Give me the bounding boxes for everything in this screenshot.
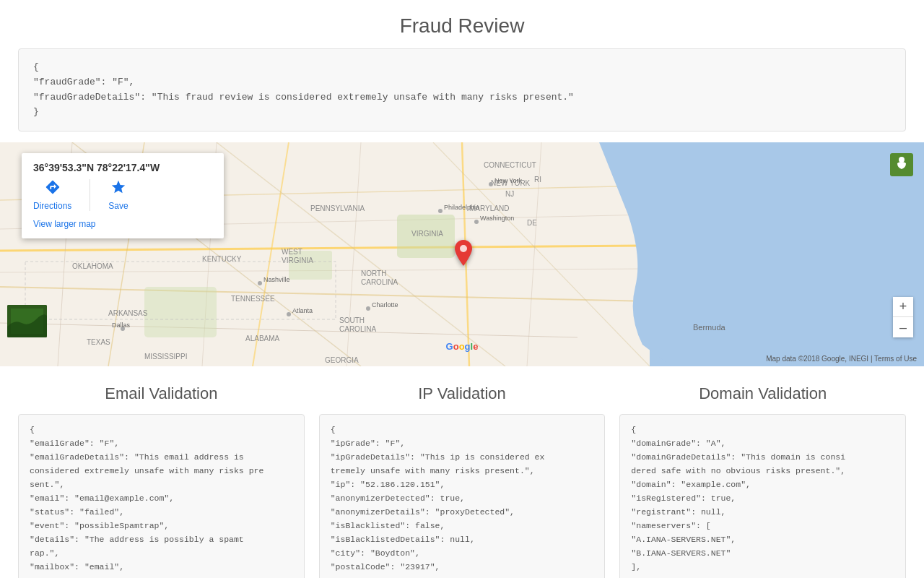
- ip-json-line-9: "city": "Boydton",: [331, 547, 594, 561]
- save-label: Save: [108, 201, 128, 211]
- ip-validation-column: IP Validation { "ipGrade": "F", "ipGrade…: [319, 384, 606, 578]
- svg-text:PENNSYLVANIA: PENNSYLVANIA: [310, 204, 365, 212]
- fraud-json-box: { "fraudGrade": "F", "fraudGradeDetails"…: [18, 48, 906, 131]
- ip-json-line-6: "anonymizerDetails": "proxyDetected",: [331, 506, 594, 519]
- svg-text:ARKANSAS: ARKANSAS: [108, 309, 148, 317]
- email-json-line-1: "emailGrade": "F",: [30, 437, 293, 451]
- ip-json-line-4: "ip": "52.186.120.151",: [331, 478, 594, 492]
- svg-text:DE: DE: [527, 219, 537, 227]
- email-json-line-10: "mailbox": "email",: [30, 561, 293, 574]
- domain-json-line-4: "domain": "example.com",: [631, 478, 894, 492]
- ip-json-line-3: tremely unsafe with many risks present."…: [331, 465, 594, 478]
- ip-json-line-0: {: [331, 423, 594, 437]
- svg-point-49: [287, 312, 291, 316]
- email-json-line-5: "email": "email@example.com",: [30, 492, 293, 506]
- svg-text:RI: RI: [534, 176, 541, 184]
- email-json-line-4: sent.",: [30, 478, 293, 492]
- fraud-json-line-3: "fraudGradeDetails": "This fraud review …: [33, 90, 891, 105]
- svg-text:OKLAHOMA: OKLAHOMA: [72, 262, 113, 270]
- directions-icon: [45, 179, 61, 199]
- domain-validation-json: { "domainGrade": "A", "domainGradeDetail…: [619, 414, 906, 578]
- svg-text:Atlanta: Atlanta: [292, 307, 313, 314]
- domain-validation-title: Domain Validation: [619, 384, 906, 403]
- svg-text:Charlotte: Charlotte: [372, 301, 398, 309]
- email-json-line-2: "emailGradeDetails": "This email address…: [30, 451, 293, 465]
- ip-json-line-10: "postalCode": "23917",: [331, 561, 594, 574]
- map-zoom-controls: + –: [893, 297, 913, 337]
- map-pin: [455, 240, 472, 269]
- svg-point-45: [489, 182, 493, 186]
- domain-json-line-0: {: [631, 423, 894, 437]
- email-validation-column: Email Validation { "emailGrade": "F", "e…: [18, 384, 305, 578]
- domain-json-line-8: "A.IANA-SERVERS.NET",: [631, 533, 894, 547]
- svg-text:NJ: NJ: [505, 190, 514, 198]
- svg-text:Bermuda: Bermuda: [693, 323, 726, 332]
- google-logo: Google: [446, 341, 479, 352]
- zoom-out-button[interactable]: –: [893, 317, 913, 337]
- ip-json-line-5: "anonymizerDetected": true,: [331, 492, 594, 506]
- svg-point-59: [460, 245, 467, 252]
- svg-point-47: [474, 220, 479, 224]
- directions-button[interactable]: Directions: [33, 179, 71, 211]
- domain-json-line-5: "isRegistered": true,: [631, 492, 894, 506]
- fraud-json-line-2: "fraudGrade": "F",: [33, 75, 891, 90]
- domain-json-line-9: "B.IANA-SERVERS.NET": [631, 547, 894, 561]
- domain-json-line-2: "domainGradeDetails": "This domain is co…: [631, 451, 894, 465]
- ip-json-line-1: "ipGrade": "F",: [331, 437, 594, 451]
- page-title: Fraud Review: [0, 0, 924, 48]
- save-icon: [110, 179, 126, 199]
- map-coords: 36°39'53.3"N 78°22'17.4"W: [33, 162, 212, 173]
- svg-point-43: [438, 209, 443, 213]
- email-json-line-0: {: [30, 423, 293, 437]
- svg-text:Dallas: Dallas: [112, 322, 131, 329]
- map-popup: 36°39'53.3"N 78°22'17.4"W Directions Sav…: [22, 153, 224, 238]
- svg-text:Philadelphia: Philadelphia: [444, 204, 479, 211]
- domain-json-line-3: dered safe with no obvious risks present…: [631, 465, 894, 478]
- svg-text:VIRGINIA: VIRGINIA: [411, 230, 443, 238]
- satellite-button[interactable]: [7, 305, 47, 337]
- ip-json-line-8: "isBlacklistedDetails": null,: [331, 533, 594, 547]
- directions-label: Directions: [33, 201, 71, 211]
- svg-text:GEORGIA: GEORGIA: [325, 356, 359, 364]
- svg-text:MISSISSIPPI: MISSISSIPPI: [144, 353, 187, 361]
- domain-json-line-6: "registrant": null,: [631, 506, 894, 519]
- domain-json-line-10: ],: [631, 561, 894, 574]
- zoom-in-button[interactable]: +: [893, 297, 913, 317]
- pegman-button[interactable]: [890, 153, 913, 176]
- domain-json-line-1: "domainGrade": "A",: [631, 437, 894, 451]
- email-validation-title: Email Validation: [18, 384, 305, 403]
- save-button[interactable]: Save: [108, 179, 128, 211]
- svg-point-53: [366, 306, 370, 311]
- svg-text:New York: New York: [494, 177, 523, 184]
- email-json-line-6: "status": "failed",: [30, 506, 293, 519]
- email-validation-json: { "emailGrade": "F", "emailGradeDetails"…: [18, 414, 305, 578]
- svg-text:Washington: Washington: [480, 215, 514, 222]
- svg-rect-19: [144, 287, 217, 337]
- ip-validation-json: { "ipGrade": "F", "ipGradeDetails": "Thi…: [319, 414, 606, 578]
- svg-text:Nashville: Nashville: [263, 276, 290, 283]
- svg-point-51: [258, 281, 262, 285]
- email-json-line-9: rap.",: [30, 547, 293, 561]
- email-json-line-3: considered extremely unsafe with many ri…: [30, 465, 293, 478]
- svg-text:CONNECTICUT: CONNECTICUT: [484, 161, 536, 169]
- map-popup-actions: Directions Save: [33, 179, 212, 211]
- ip-json-line-2: "ipGradeDetails": "This ip is considered…: [331, 451, 594, 465]
- ip-json-line-7: "isBlacklisted": false,: [331, 519, 594, 533]
- ip-validation-title: IP Validation: [319, 384, 606, 403]
- domain-json-line-7: "nameservers": [: [631, 519, 894, 533]
- email-json-line-7: "event": "possibleSpamtrap",: [30, 519, 293, 533]
- svg-text:ALABAMA: ALABAMA: [245, 335, 280, 342]
- svg-text:TEXAS: TEXAS: [87, 338, 110, 346]
- popup-divider: [90, 179, 90, 211]
- fraud-json-line-4: }: [33, 105, 891, 120]
- validation-section: Email Validation { "emailGrade": "F", "e…: [0, 366, 924, 578]
- view-larger-map-link[interactable]: View larger map: [33, 219, 95, 229]
- svg-text:TENNESSEE: TENNESSEE: [231, 295, 275, 303]
- fraud-json-line-1: {: [33, 60, 891, 75]
- map-attribution: Map data ©2018 Google, INEGI | Terms of …: [766, 355, 917, 363]
- map-container: TEXAS OKLAHOMA ARKANSAS MISSISSIPPI ALAB…: [0, 142, 924, 366]
- email-json-line-8: "details": "The address is possibly a sp…: [30, 533, 293, 547]
- svg-point-62: [899, 157, 905, 163]
- domain-validation-column: Domain Validation { "domainGrade": "A", …: [619, 384, 906, 578]
